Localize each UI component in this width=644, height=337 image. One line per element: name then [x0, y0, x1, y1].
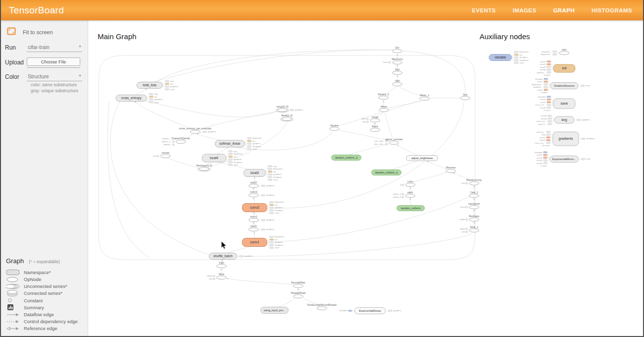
- graph-node-random-uniform-2[interactable]: random_uniform_2: [331, 155, 361, 161]
- graph-node-maximum[interactable]: MaximumConst: [383, 57, 403, 64]
- graph-node-cross-entropy-per-example[interactable]: cross_entropy_per_examplegradient...: [179, 127, 217, 134]
- svg-text:default...: default...: [164, 143, 172, 146]
- graph-node-range-1-3-[interactable]: range[1-3]gradient...: [276, 105, 305, 112]
- control-dependency-edge-icon: [6, 320, 24, 324]
- legend-item-constant: Constant: [6, 297, 88, 304]
- graph-node-mean[interactable]: Mean: [379, 105, 389, 112]
- graph-node-save[interactable]: saveVariableconv1conv2cross_en...local3.…: [535, 96, 575, 112]
- graph-node-less[interactable]: Lessy: [400, 180, 415, 187]
- graph-node-decoderaw[interactable]: DecodeRaw: [291, 281, 306, 288]
- graph-node-softmax-linear[interactable]: softmax_linearExponent...initgradient...…: [215, 137, 263, 150]
- graph-node-slice-1[interactable]: Slice_1beginsize: [460, 225, 479, 233]
- svg-text:local3: local3: [537, 159, 542, 162]
- graph-node-randomcrop[interactable]: RandomCropsize: [461, 178, 482, 185]
- legend-item-control-dependency-edge: Control dependency edge: [6, 318, 88, 325]
- graph-node-local3[interactable]: local3avgExponent...initgradient...Gradi…: [244, 165, 284, 181]
- svg-text:gradient...: gradient...: [533, 86, 542, 88]
- svg-text:gradient...: gradient...: [295, 109, 305, 111]
- svg-text:Exponent...: Exponent...: [541, 53, 552, 56]
- graph-node-exponentialdecay[interactable]: ExponentialDecayVariablegradient...: [339, 308, 403, 314]
- svg-text:output_s...: output_s...: [162, 137, 172, 140]
- graph-node-square-1[interactable]: Square_1: [378, 93, 389, 100]
- graph-node-init[interactable]: initconv1conv2local3local4softmax...... …: [537, 60, 575, 76]
- graph-node-random-uniform-1[interactable]: random_uniform_1: [372, 170, 401, 175]
- choose-file-button[interactable]: Choose File: [27, 57, 80, 66]
- svg-text:Variable: Variable: [494, 56, 506, 59]
- graph-node-conv1[interactable]: conv1Exponent...initgradient...Gradient.…: [242, 235, 285, 249]
- svg-text:conv1: conv1: [540, 98, 546, 101]
- graph-node-range[interactable]: rangedim1axis: [362, 115, 380, 123]
- graph-node-pack[interactable]: packvalues_1values_2: [393, 191, 415, 198]
- svg-text:gradient...: gradient...: [582, 118, 591, 121]
- graph-node-sparsetodense[interactable]: SparseToDenseoutput_s...sparse_v...defau…: [161, 137, 190, 146]
- graph-node-conv2[interactable]: conv2Exponent...initgradient...Gradient.…: [242, 201, 285, 214]
- graph-node-gradients[interactable]: gradientstotal_lo...avgconv1conv2cross_e…: [535, 131, 596, 147]
- graph-node-mean-1[interactable]: Mean_1: [420, 94, 429, 101]
- graph-node-pool1[interactable]: pool1gradient...: [249, 225, 276, 231]
- graph-node-exponentialmovin-[interactable]: ExponentialMovin...Variableconv1conv2loc…: [535, 151, 590, 168]
- svg-text:transpose: transpose: [469, 202, 480, 205]
- graph-node-using-input-pre-[interactable]: using_input_pre...: [261, 307, 288, 314]
- graph-node-readerread[interactable]: ReaderRead: [291, 291, 306, 298]
- graph-node-adjust-brightness[interactable]: adjust_brightness: [406, 156, 438, 161]
- graph-node-square[interactable]: Square: [329, 124, 339, 131]
- graph-node-rank-1-2-[interactable]: Rank[1-2]: [280, 114, 293, 121]
- svg-text:Gradient...: Gradient...: [275, 209, 285, 212]
- graph-node-norm2[interactable]: norm2gradient...: [249, 190, 276, 197]
- graph-node-pool2[interactable]: pool2gradient...: [249, 181, 276, 188]
- graph-node-slice[interactable]: Slicebeginsize: [207, 273, 226, 280]
- constant-shape-icon: [6, 298, 24, 303]
- graph-node-reshape-1-3-[interactable]: Reshape[1-3]: [196, 164, 212, 171]
- graph-node-norm1[interactable]: norm1gradient...: [249, 215, 276, 222]
- nav-tab-graph[interactable]: GRAPH: [553, 7, 575, 13]
- namespace-shape-icon: [6, 269, 24, 276]
- graph-node-avg[interactable]: avglocal3local4cross_en...total_lo...gra…: [536, 114, 591, 125]
- graph-node-add[interactable]: Add: [392, 79, 402, 86]
- graph-node-reshape[interactable]: Reshapeshape: [459, 215, 479, 222]
- graph-node-concat[interactable]: concataxis: [153, 151, 170, 158]
- graph-node-cast[interactable]: Cast: [216, 261, 226, 268]
- nav-tab-histograms[interactable]: HISTOGRAMS: [591, 7, 632, 13]
- svg-text:range: range: [372, 115, 378, 118]
- graph-node-transpose[interactable]: transposeperm: [460, 202, 480, 209]
- graph-edge: [107, 102, 150, 258]
- run-select[interactable]: cifar-train▼: [27, 43, 82, 52]
- svg-text:Gradient...: Gradient...: [520, 56, 530, 58]
- graph-node-sqrt[interactable]: Sqrt: [392, 68, 402, 75]
- fit-to-screen-button[interactable]: Fit to screen: [7, 27, 88, 37]
- graph-node-random-uniform[interactable]: random_uniform: [397, 206, 425, 211]
- graph-node-sub[interactable]: Sub: [460, 93, 470, 100]
- graph-edge: [412, 172, 446, 182]
- svg-text:gradient...: gradient...: [267, 184, 276, 187]
- graph-node-rank[interactable]: Rank: [370, 125, 380, 132]
- svg-text:DecodeRaw: DecodeRaw: [291, 281, 306, 284]
- graph-node-shuffle-batch[interactable]: shuffle_batchgradient...: [209, 253, 254, 260]
- graph-node-train[interactable]: trainGradient...Exponent...: [541, 48, 569, 56]
- color-select[interactable]: Structure▼: [27, 72, 82, 81]
- svg-text:Exponent...: Exponent...: [275, 235, 286, 238]
- graph-canvas[interactable]: total_lossavginitgradient...savecross_en…: [88, 20, 644, 337]
- svg-text:Exponent...: Exponent...: [253, 137, 264, 139]
- graph-node-fixedlengthrecordreader[interactable]: FixedLengthRecordReader: [307, 303, 337, 310]
- svg-text:local4: local4: [540, 68, 546, 71]
- graph-edge: [167, 158, 201, 168]
- graph-node-cross-entropy[interactable]: cross_entropyavginitgradient...save: [116, 93, 164, 104]
- graph-node-gradientdescent[interactable]: GradientDescentVariableconv1Exponent...g…: [532, 78, 590, 94]
- nav-tab-events[interactable]: EVENTS: [472, 7, 496, 13]
- svg-text:Mean: Mean: [381, 105, 387, 108]
- svg-text:Rank: Rank: [372, 125, 378, 128]
- svg-text:gradient...: gradient...: [155, 98, 164, 101]
- graph-node-variable[interactable]: VariableExponent...initGradient...Gradie…: [489, 51, 530, 64]
- graph-node-adjust-contrast[interactable]: adjust_contrastmin_valu...max_valu...: [374, 138, 403, 145]
- svg-text:Reverse: Reverse: [446, 166, 455, 169]
- svg-text:avg: avg: [273, 165, 277, 168]
- graph-node-total-loss[interactable]: total_lossavginitgradient...save: [137, 80, 180, 91]
- graph-edge: [254, 198, 255, 203]
- graph-node-cast-1[interactable]: Cast_1: [469, 191, 479, 198]
- legend-title: Graph: [6, 257, 24, 265]
- graph-edge: [390, 161, 417, 170]
- graph-node-div[interactable]: Div: [392, 46, 402, 53]
- nav-tab-images[interactable]: IMAGES: [513, 7, 537, 13]
- graph-node-reverse[interactable]: Reverse: [446, 166, 456, 173]
- legend-item-connected-series: Connected series*: [6, 290, 88, 297]
